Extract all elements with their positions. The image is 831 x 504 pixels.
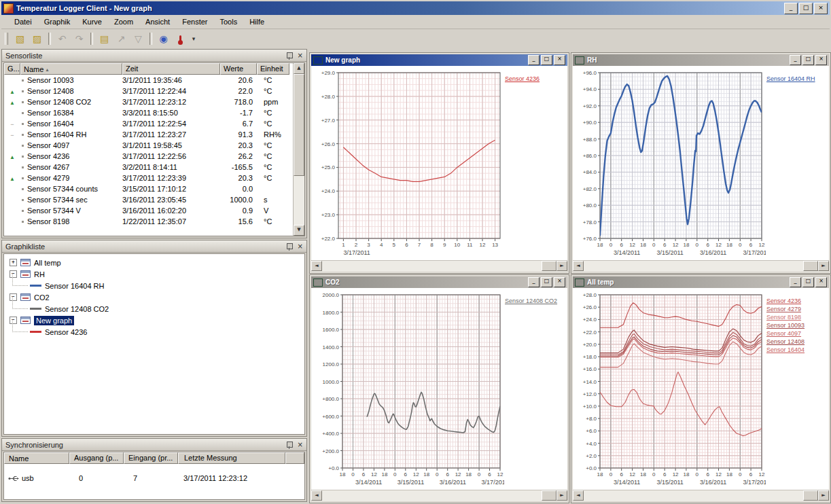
- horizontal-scrollbar[interactable]: ◄ ►: [573, 490, 829, 501]
- column-header-einheit[interactable]: Einheit: [257, 63, 289, 75]
- tree-item-label[interactable]: RH: [34, 270, 45, 278]
- tree-item-label[interactable]: Sensor 16404 RH: [45, 282, 104, 290]
- tree-item-co2[interactable]: −CO2: [8, 291, 304, 303]
- legend-entry[interactable]: Sensor 4097: [766, 330, 828, 338]
- tree-item-rh[interactable]: −RH: [8, 268, 304, 280]
- close-button[interactable]: ×: [554, 55, 565, 65]
- table-row[interactable]: ▲Sensor 124083/17/2011 12:22:4422.0°C: [4, 86, 304, 96]
- tree-item-label[interactable]: Sensor 4236: [45, 328, 87, 336]
- table-row[interactable]: −Sensor 16404 RH3/17/2011 12:23:2791.3RH…: [4, 129, 304, 140]
- pin-icon[interactable]: [287, 52, 293, 58]
- table-row[interactable]: usb 0 7 3/17/2011 12:23:12: [4, 472, 304, 484]
- scroll-down-icon[interactable]: ▼: [294, 225, 304, 236]
- scroll-right-icon[interactable]: ►: [818, 490, 829, 501]
- legend-entry[interactable]: Sensor 12408 CO2: [505, 298, 566, 305]
- maximize-button[interactable]: □: [541, 55, 552, 65]
- synchronisierung-panel-header[interactable]: Synchronisierung ×: [2, 439, 306, 451]
- scroll-left-icon[interactable]: ◄: [311, 490, 322, 501]
- tree-item-new-graph[interactable]: −New graph: [8, 314, 304, 326]
- legend-entry[interactable]: Sensor 16404: [766, 346, 828, 354]
- pin-icon[interactable]: [287, 243, 293, 249]
- scroll-up-icon[interactable]: ▲: [294, 63, 304, 74]
- minimize-button[interactable]: _: [790, 277, 801, 287]
- table-row[interactable]: Sensor 163843/3/2011 8:15:50-1.7°C: [4, 107, 304, 118]
- scroll-thumb[interactable]: [803, 261, 818, 271]
- horizontal-scrollbar[interactable]: ◄ ►: [311, 260, 567, 272]
- table-row[interactable]: ▲Sensor 12408 CO23/17/2011 12:23:12718.0…: [4, 96, 304, 107]
- child-titlebar[interactable]: RH _ □ ×: [573, 54, 829, 66]
- menu-item-ansicht[interactable]: Ansicht: [139, 16, 176, 28]
- minimize-button[interactable]: _: [528, 277, 540, 287]
- legend-entry[interactable]: Sensor 16404 RH: [766, 75, 828, 83]
- maximize-button[interactable]: □: [802, 55, 814, 65]
- toolbar-grip[interactable]: [5, 33, 8, 45]
- close-icon[interactable]: ×: [298, 52, 303, 59]
- close-button[interactable]: ×: [815, 55, 827, 65]
- add-curve-icon[interactable]: ▤: [96, 31, 113, 47]
- column-header-name[interactable]: Name ▴: [20, 63, 122, 75]
- close-button[interactable]: ×: [815, 277, 827, 287]
- app-titlebar[interactable]: Temperatur Logger Client - New graph _ □…: [1, 1, 830, 15]
- table-row[interactable]: Sensor 57344 counts3/15/2011 17:10:120.0: [4, 183, 304, 194]
- horizontal-scrollbar[interactable]: ◄ ►: [311, 490, 567, 501]
- legend-entry[interactable]: Sensor 4279: [766, 306, 828, 313]
- scroll-thumb[interactable]: [542, 261, 556, 271]
- restore-button[interactable]: □: [799, 3, 813, 14]
- scroll-track[interactable]: [322, 261, 556, 272]
- menu-item-fenster[interactable]: Fenster: [176, 16, 213, 28]
- tree-item-sensor-16404-rh[interactable]: Sensor 16404 RH: [8, 280, 304, 291]
- scroll-track[interactable]: [584, 261, 818, 272]
- horizontal-scrollbar[interactable]: ◄ ►: [573, 260, 829, 272]
- table-row[interactable]: Sensor 57344 sec3/16/2011 23:05:451000.0…: [4, 194, 304, 205]
- maximize-button[interactable]: □: [541, 277, 552, 287]
- tree-item-label[interactable]: Sensor 12408 CO2: [45, 305, 109, 313]
- table-row[interactable]: Sensor 40973/1/2011 19:58:4520.3°C: [4, 140, 304, 151]
- legend-entry[interactable]: Sensor 10093: [766, 322, 828, 329]
- table-row[interactable]: Sensor 57344 V3/16/2011 16:02:200.9V: [4, 205, 304, 216]
- tree-item-label[interactable]: New graph: [34, 316, 74, 325]
- child-titlebar[interactable]: CO2 _ □ ×: [311, 276, 567, 288]
- minimize-button[interactable]: _: [790, 55, 801, 65]
- scroll-right-icon[interactable]: ►: [556, 490, 567, 501]
- menu-item-hilfe[interactable]: Hilfe: [243, 16, 270, 28]
- close-icon[interactable]: ×: [298, 442, 303, 448]
- scroll-left-icon[interactable]: ◄: [311, 261, 322, 271]
- expand-icon[interactable]: +: [10, 259, 17, 266]
- close-icon[interactable]: ×: [298, 243, 303, 250]
- child-titlebar[interactable]: New graph _ □ ×: [311, 54, 567, 66]
- table-row[interactable]: Sensor 42673/2/2011 8:14:11-165.5°C: [4, 162, 304, 173]
- column-header-eingang[interactable]: Eingang (pr...: [124, 452, 178, 464]
- sensorliste-panel-header[interactable]: Sensorliste ×: [2, 50, 306, 62]
- add-graph-icon[interactable]: ▨: [29, 31, 46, 47]
- child-titlebar[interactable]: All temp _ □ ×: [573, 276, 829, 288]
- tree-item-label[interactable]: All temp: [34, 259, 61, 267]
- menu-item-kurve[interactable]: Kurve: [76, 16, 108, 28]
- toolbar-options-icon[interactable]: ▾: [189, 31, 198, 47]
- menu-item-zoom[interactable]: Zoom: [108, 16, 139, 28]
- legend-entry[interactable]: Sensor 8198: [766, 314, 828, 321]
- scroll-track[interactable]: [584, 490, 818, 501]
- thermometer-icon[interactable]: [172, 31, 189, 47]
- scroll-right-icon[interactable]: ►: [818, 261, 829, 271]
- table-row[interactable]: ▲Sensor 42793/17/2011 12:23:3920.3°C: [4, 173, 304, 183]
- pin-icon[interactable]: [287, 442, 293, 448]
- table-row[interactable]: Sensor 100933/1/2011 19:35:4620.6°C: [4, 75, 304, 86]
- graphikliste-panel-header[interactable]: Graphikliste ×: [2, 240, 306, 253]
- help-globe-icon[interactable]: ◉: [155, 31, 172, 47]
- column-header-werte[interactable]: Werte: [220, 63, 257, 75]
- table-row[interactable]: −Sensor 164043/17/2011 12:22:546.7°C: [4, 118, 304, 129]
- scroll-left-icon[interactable]: ◄: [573, 261, 584, 271]
- column-header-sync-name[interactable]: Name: [4, 452, 69, 464]
- close-button[interactable]: ×: [814, 3, 828, 14]
- menu-item-tools[interactable]: Tools: [213, 16, 243, 28]
- legend-entry[interactable]: Sensor 12408: [766, 338, 828, 346]
- legend-entry[interactable]: Sensor 4236: [766, 298, 828, 305]
- close-button[interactable]: ×: [554, 277, 565, 287]
- menu-item-graphik[interactable]: Graphik: [38, 16, 77, 28]
- table-row[interactable]: ▲Sensor 42363/17/2011 12:22:5626.2°C: [4, 151, 304, 162]
- new-graph-icon[interactable]: ▧: [12, 31, 29, 47]
- menu-item-datei[interactable]: Datei: [8, 16, 38, 28]
- column-header-letzte[interactable]: Letzte Messung: [178, 452, 285, 464]
- scroll-track[interactable]: [322, 490, 556, 501]
- column-header-ausgang[interactable]: Ausgang (p...: [69, 452, 124, 464]
